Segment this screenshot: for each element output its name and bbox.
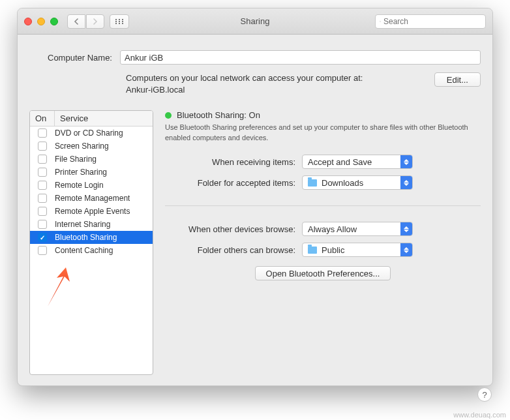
service-checkbox[interactable] [38, 220, 47, 229]
zoom-icon[interactable] [50, 18, 58, 25]
table-row[interactable]: Remote Management [30, 192, 153, 205]
folder-icon [308, 179, 317, 187]
status-text: Bluetooth Sharing: On [177, 110, 260, 120]
svg-point-4 [119, 20, 120, 22]
popup-folder-browse[interactable]: Public [302, 243, 413, 257]
col-on: On [30, 111, 55, 126]
services-list: DVD or CD SharingScreen SharingFile Shar… [30, 127, 153, 374]
svg-point-2 [122, 18, 123, 20]
svg-point-1 [119, 18, 120, 20]
table-row[interactable]: Printer Sharing [30, 166, 153, 179]
svg-point-8 [122, 22, 123, 23]
label-folder-browse: Folder others can browse: [165, 245, 295, 255]
service-label: File Sharing [55, 155, 97, 164]
service-checkbox[interactable] [38, 246, 47, 255]
table-row[interactable]: DVD or CD Sharing [30, 127, 153, 140]
label-receiving: When receiving items: [165, 157, 295, 167]
chevron-updown-icon [400, 243, 412, 256]
titlebar: Sharing [18, 8, 492, 35]
chevron-updown-icon [400, 176, 412, 189]
divider [165, 205, 481, 206]
content: Computer Name: Computers on your local n… [18, 35, 492, 385]
popup-browse[interactable]: Always Allow [302, 222, 413, 236]
service-checkbox[interactable] [38, 194, 47, 203]
popup-folder-accepted[interactable]: Downloads [302, 175, 413, 190]
computer-name-input[interactable] [120, 50, 481, 65]
service-checkbox[interactable] [38, 233, 47, 242]
service-label: Remote Login [55, 181, 104, 190]
service-label: Content Caching [55, 246, 113, 255]
detail-pane: Bluetooth Sharing: On Use Bluetooth Shar… [165, 110, 481, 375]
service-checkbox[interactable] [38, 207, 47, 216]
back-button[interactable] [67, 14, 85, 29]
svg-point-9 [380, 21, 380, 22]
search-input[interactable] [383, 17, 481, 26]
table-row[interactable]: Screen Sharing [30, 140, 153, 153]
traffic-lights [24, 18, 58, 25]
preferences-window: Sharing Computer Name: Computers on your… [17, 8, 493, 386]
search-field[interactable] [375, 14, 486, 29]
svg-point-6 [115, 22, 117, 23]
watermark: www.deuaq.com [453, 411, 506, 419]
service-label: Printer Sharing [55, 168, 107, 177]
status-dot-icon [165, 112, 172, 119]
services-table: On Service DVD or CD SharingScreen Shari… [29, 110, 153, 375]
status-desc: Use Bluetooth Sharing preferences and se… [165, 123, 481, 143]
chevron-updown-icon [400, 155, 412, 168]
service-checkbox[interactable] [38, 168, 47, 177]
table-row[interactable]: Bluetooth Sharing [30, 231, 153, 244]
popup-receiving[interactable]: Accept and Save [302, 155, 413, 169]
computer-name-label: Computer Name: [48, 53, 112, 63]
service-checkbox[interactable] [38, 155, 47, 164]
edit-button[interactable]: Edit... [434, 72, 481, 87]
services-table-header: On Service [30, 111, 153, 127]
show-all-button[interactable] [110, 14, 129, 29]
table-row[interactable]: File Sharing [30, 153, 153, 166]
forward-button[interactable] [86, 14, 104, 29]
label-browse: When other devices browse: [165, 224, 295, 234]
service-checkbox[interactable] [38, 128, 47, 138]
service-checkbox[interactable] [38, 142, 47, 151]
service-label: Internet Sharing [55, 220, 110, 229]
minimize-icon[interactable] [37, 18, 45, 25]
service-label: Bluetooth Sharing [55, 233, 117, 242]
svg-point-3 [115, 20, 117, 22]
svg-point-5 [122, 20, 123, 22]
svg-point-0 [115, 18, 117, 20]
service-label: DVD or CD Sharing [55, 128, 123, 138]
service-label: Screen Sharing [55, 142, 109, 151]
folder-icon [308, 247, 317, 254]
search-icon [380, 18, 381, 25]
service-label: Remote Apple Events [55, 207, 130, 216]
label-folder-accepted: Folder for accepted items: [165, 178, 295, 188]
computer-name-subtext: Computers on your local network can acce… [126, 72, 427, 96]
svg-line-10 [380, 22, 381, 22]
help-button[interactable]: ? [477, 387, 492, 402]
open-bluetooth-prefs-button[interactable]: Open Bluetooth Preferences... [255, 266, 391, 280]
table-row[interactable]: Remote Apple Events [30, 205, 153, 218]
nav-buttons [67, 14, 104, 29]
service-label: Remote Management [55, 194, 130, 203]
svg-point-7 [119, 22, 120, 23]
close-icon[interactable] [24, 18, 32, 25]
table-row[interactable]: Internet Sharing [30, 218, 153, 231]
service-checkbox[interactable] [38, 181, 47, 190]
table-row[interactable]: Content Caching [30, 244, 153, 257]
col-service: Service [55, 111, 93, 126]
table-row[interactable]: Remote Login [30, 179, 153, 192]
chevron-updown-icon [400, 222, 412, 235]
